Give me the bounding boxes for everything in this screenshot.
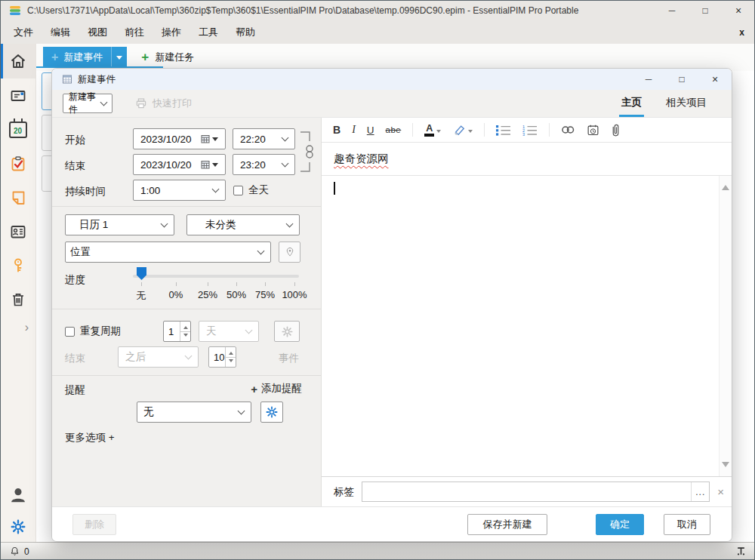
progress-slider-handle[interactable]: [137, 267, 146, 280]
sidebar-item-mail[interactable]: [0, 78, 35, 112]
cancel-button[interactable]: 取消: [664, 514, 710, 535]
minimize-button[interactable]: ─: [655, 0, 689, 21]
sidebar-expand-chevron[interactable]: ›: [0, 316, 35, 339]
strikethrough-button[interactable]: abe: [386, 125, 402, 134]
recurrence-end-count-stepper[interactable]: 10: [208, 346, 236, 368]
panel-close-x[interactable]: x: [739, 27, 744, 38]
tags-clear-icon[interactable]: ×: [717, 485, 724, 498]
sidebar-item-trash[interactable]: [0, 282, 35, 316]
tags-input[interactable]: [362, 482, 691, 501]
sidebar-item-today[interactable]: [0, 44, 35, 78]
caret-down-icon: [468, 130, 473, 135]
stepper-down-icon[interactable]: [226, 357, 236, 368]
scroll-down-icon[interactable]: [722, 462, 729, 471]
add-reminder-button[interactable]: + 添加提醒: [251, 380, 302, 397]
menu-tools[interactable]: 工具: [196, 24, 221, 41]
slider-tick: [176, 282, 177, 286]
end-date-field[interactable]: 2023/10/20: [133, 154, 226, 175]
menu-actions[interactable]: 操作: [159, 24, 184, 41]
font-color-button[interactable]: A: [424, 124, 441, 137]
bell-icon[interactable]: [9, 546, 20, 557]
chevron-down-icon: [100, 98, 108, 106]
bold-button[interactable]: B: [333, 124, 341, 136]
sidebar-item-settings[interactable]: [0, 512, 35, 542]
menu-help[interactable]: 帮助: [233, 24, 258, 41]
end-time-field[interactable]: 23:20: [233, 154, 295, 175]
editor-scrollbar[interactable]: [719, 176, 732, 476]
allday-checkbox[interactable]: [233, 186, 243, 195]
start-date-value: 2023/10/20: [140, 134, 192, 145]
notification-count: 0: [24, 546, 29, 557]
sidebar-item-profile[interactable]: [0, 478, 35, 512]
dialog-minimize-button[interactable]: ─: [632, 69, 665, 90]
recurrence-settings-button[interactable]: [274, 321, 300, 342]
dialog-maximize-button[interactable]: □: [665, 69, 698, 90]
attach-file-button[interactable]: [611, 123, 621, 137]
insert-link-button[interactable]: [561, 125, 575, 135]
map-pin-button[interactable]: [279, 242, 300, 263]
event-title-field[interactable]: 趣奇资源网: [322, 143, 732, 176]
slider-tick: [141, 282, 142, 286]
sidebar-item-tasks[interactable]: [0, 146, 35, 180]
allday-checkbox-group[interactable]: 全天: [233, 180, 269, 201]
category-select[interactable]: 未分类: [186, 214, 300, 235]
recurrence-end-mode-select[interactable]: 之后: [118, 346, 199, 368]
recurrence-end-label: 结束: [65, 352, 85, 365]
tab-home[interactable]: 主页: [619, 90, 644, 117]
stepper-up-icon[interactable]: [180, 322, 190, 331]
close-button[interactable]: ×: [722, 0, 755, 21]
new-event-dropdown[interactable]: [111, 47, 127, 68]
tab-related-items[interactable]: 相关项目: [664, 90, 709, 117]
stepper-up-icon[interactable]: [226, 347, 236, 357]
tags-field[interactable]: ...: [362, 482, 710, 502]
tags-more-button[interactable]: ...: [691, 482, 709, 501]
editor-panel: B I U abe A 123: [322, 118, 732, 506]
ok-button[interactable]: 确定: [596, 514, 644, 535]
menu-view[interactable]: 视图: [85, 24, 110, 41]
insert-date-button[interactable]: [587, 124, 599, 137]
gear-icon: [266, 406, 278, 418]
scroll-up-icon[interactable]: [722, 181, 729, 190]
duration-field[interactable]: 1:00: [133, 180, 226, 201]
menu-file[interactable]: 文件: [11, 24, 36, 41]
recurrence-unit-select[interactable]: 天: [199, 321, 259, 342]
progress-slider-track[interactable]: [133, 275, 299, 278]
location-combobox[interactable]: 位置: [65, 242, 271, 263]
delete-button[interactable]: 删除: [72, 514, 116, 535]
bullet-list-button[interactable]: [496, 125, 511, 136]
recurrence-checkbox-group[interactable]: 重复周期: [65, 321, 121, 342]
reminder-select[interactable]: 无: [137, 402, 251, 423]
event-notes-editor[interactable]: [322, 176, 732, 476]
save-and-new-button[interactable]: 保存并新建: [467, 514, 547, 535]
slider-tick: [208, 282, 208, 286]
menu-go[interactable]: 前往: [122, 24, 147, 41]
plus-icon: +: [141, 50, 149, 65]
sidebar-item-passwords[interactable]: [0, 248, 35, 282]
menu-edit[interactable]: 编辑: [48, 24, 73, 41]
calendar-select[interactable]: 日历 1: [65, 214, 174, 235]
duration-label: 持续时间: [65, 185, 106, 198]
highlight-button[interactable]: [452, 124, 473, 137]
item-type-select[interactable]: 新建事件: [63, 94, 112, 113]
recurrence-checkbox[interactable]: [65, 327, 75, 337]
reminder-settings-button[interactable]: [260, 402, 283, 423]
sidebar-item-calendar[interactable]: 20: [0, 112, 35, 146]
sidebar-item-notes[interactable]: [0, 180, 35, 214]
allday-label: 全天: [248, 183, 269, 197]
new-event-button[interactable]: + 新建事件: [43, 47, 127, 68]
event-grid-icon: [62, 74, 72, 85]
start-date-field[interactable]: 2023/10/20: [133, 128, 226, 149]
stepper-down-icon[interactable]: [180, 331, 190, 342]
home-icon: [9, 52, 27, 70]
italic-button[interactable]: I: [352, 124, 356, 136]
recurrence-interval-stepper[interactable]: 1: [163, 321, 191, 342]
dialog-close-button[interactable]: ×: [698, 69, 732, 90]
sidebar-item-contacts[interactable]: [0, 214, 35, 248]
start-time-field[interactable]: 22:20: [233, 128, 295, 149]
quick-print-button[interactable]: 快速打印: [135, 90, 192, 117]
maximize-button[interactable]: □: [689, 0, 722, 21]
new-task-button[interactable]: + 新建任务: [141, 50, 194, 65]
underline-button[interactable]: U: [367, 125, 374, 136]
numbered-list-button[interactable]: 123: [522, 125, 538, 136]
more-options-link[interactable]: 更多选项 +: [65, 431, 115, 445]
